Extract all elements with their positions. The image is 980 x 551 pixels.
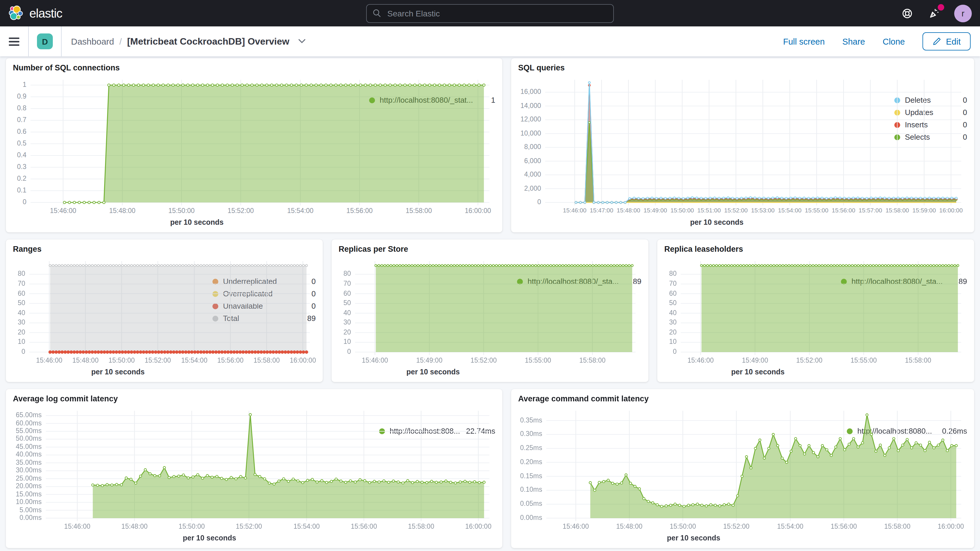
full-screen-button[interactable]: Full screen — [783, 37, 825, 46]
y-axis-tick: 0 — [347, 348, 351, 355]
y-axis-tick: 0 — [21, 348, 25, 355]
x-axis-tick: 15:46:00 — [563, 207, 587, 213]
y-axis-tick: 10 — [343, 338, 351, 346]
search-input[interactable] — [386, 8, 608, 19]
y-axis-tick: 70 — [669, 280, 677, 287]
chart-plot-area[interactable] — [546, 411, 841, 518]
y-axis-tick: 0 — [537, 198, 541, 205]
y-axis-tick: 0 — [22, 198, 26, 205]
y-axis-tick: 1 — [22, 81, 26, 88]
ranges-chart[interactable]: 8070605040302010015:46:0015:48:0015:50:0… — [13, 261, 207, 379]
clone-button[interactable]: Clone — [883, 37, 905, 46]
y-axis-tick: 0 — [673, 348, 677, 355]
x-axis-tick: 15:52:00 — [471, 357, 497, 364]
panel-title[interactable]: Number of SQL connections — [13, 64, 495, 72]
x-axis-tick: 15:58:00 — [253, 357, 280, 364]
x-axis-tick: 15:52:00 — [796, 357, 823, 364]
chart-plot-area[interactable] — [30, 80, 363, 202]
x-axis-tick: 15:46:00 — [36, 357, 62, 364]
y-axis-tick: 40.00ms — [16, 451, 42, 458]
help-icon[interactable] — [900, 6, 914, 20]
y-axis-tick: 25.00ms — [16, 475, 42, 481]
search-icon — [372, 9, 382, 18]
y-axis-tick: 0.30ms — [520, 430, 542, 438]
x-axis-tick: 15:52:00 — [236, 523, 262, 530]
x-axis-tick: 16:00:00 — [465, 207, 491, 214]
x-axis-labels: 15:46:0015:49:0015:52:0015:55:0015:58:00 — [681, 357, 835, 366]
panel-title[interactable]: Ranges — [13, 245, 316, 253]
panel-title[interactable]: Average command commit latency — [518, 394, 967, 403]
chart-plot-area[interactable] — [29, 261, 207, 352]
y-axis-tick: 20 — [18, 329, 25, 336]
y-axis-tick: 30 — [669, 319, 677, 326]
y-axis-tick: 0.35ms — [520, 416, 542, 424]
space-switcher[interactable]: D — [37, 33, 53, 49]
x-axis-tick: 15:51:00 — [697, 207, 721, 213]
menu-icon[interactable] — [0, 26, 28, 56]
x-axis-title: per 10 seconds — [355, 368, 511, 379]
y-axis-tick: 2,000 — [524, 185, 541, 191]
edit-button[interactable]: Edit — [923, 32, 970, 51]
y-axis-tick: 0.4 — [17, 151, 26, 158]
x-axis-tick: 15:57:00 — [859, 207, 882, 213]
legend-value: 0 — [963, 120, 967, 129]
news-feed-icon[interactable] — [927, 6, 941, 20]
x-axis-tick: 16:00:00 — [290, 357, 316, 364]
y-axis-tick: 40 — [18, 309, 25, 316]
y-axis-labels: 80706050403020100 — [13, 261, 29, 352]
y-axis-tick: 60 — [669, 290, 677, 297]
y-axis-tick: 0.1 — [17, 186, 26, 194]
x-axis-tick: 15:50:00 — [670, 207, 694, 213]
panel-ranges: Ranges 8070605040302010015:46:0015:48:00… — [6, 239, 323, 382]
replica-leaseholders-chart[interactable]: 8070605040302010015:46:0015:49:0015:52:0… — [664, 261, 835, 379]
chart-plot-area[interactable] — [46, 411, 373, 518]
replicas-per-store-chart[interactable]: 8070605040302010015:46:0015:49:0015:52:0… — [339, 261, 511, 379]
x-axis-tick: 15:58:00 — [408, 523, 434, 530]
y-axis-labels: 65.00ms60.00ms55.00ms50.00ms45.00ms40.00… — [13, 411, 46, 518]
share-button[interactable]: Share — [842, 37, 865, 46]
x-axis-tick: 16:00:00 — [939, 207, 963, 213]
x-axis-tick: 15:55:00 — [805, 207, 828, 213]
y-axis-tick: 70 — [18, 280, 25, 287]
y-axis-tick: 0.00ms — [20, 514, 42, 521]
legend-value: 0 — [312, 302, 316, 311]
global-search[interactable] — [366, 4, 614, 22]
sql-connections-chart[interactable]: 10.90.80.70.60.50.40.30.20.1015:46:0015:… — [13, 80, 363, 229]
sql-queries-chart[interactable]: 16,00014,00012,00010,0008,0006,0004,0002… — [518, 80, 888, 229]
x-axis-tick: 15:53:00 — [751, 207, 775, 213]
x-axis-tick: 15:58:00 — [406, 207, 432, 214]
y-axis-tick: 10.00ms — [16, 498, 42, 505]
x-axis-tick: 15:46:00 — [362, 357, 388, 364]
y-axis-tick: 0.5 — [17, 140, 26, 147]
x-axis-tick: 15:48:00 — [121, 523, 148, 530]
toolbar-left: D Dashboard / [Metricbeat CockroachDB] O… — [0, 26, 306, 56]
x-axis-tick: 15:59:00 — [913, 207, 936, 213]
x-axis-tick: 15:52:00 — [724, 207, 748, 213]
x-axis-tick: 15:56:00 — [218, 357, 244, 364]
y-axis-tick: 50 — [18, 299, 25, 306]
x-axis-tick: 15:48:00 — [617, 207, 640, 213]
y-axis-tick: 40 — [669, 309, 677, 316]
chevron-down-icon[interactable] — [298, 39, 306, 44]
panel-title[interactable]: SQL queries — [518, 64, 967, 72]
panel-title[interactable]: Average log commit latency — [13, 394, 495, 403]
panel-title[interactable]: Replica leaseholders — [664, 245, 967, 253]
cmd-commit-latency-chart[interactable]: 0.35ms0.30ms0.25ms0.20ms0.15ms0.10ms0.05… — [518, 411, 841, 545]
elastic-logo[interactable]: elastic — [8, 5, 62, 21]
log-commit-latency-chart[interactable]: 65.00ms60.00ms55.00ms50.00ms45.00ms40.00… — [13, 411, 373, 545]
chart-plot-area[interactable] — [545, 80, 888, 202]
breadcrumb-dashboard-link[interactable]: Dashboard — [71, 37, 114, 46]
panel-sql-queries: SQL queries 16,00014,00012,00010,0008,00… — [511, 58, 974, 233]
panel-sql-connections: Number of SQL connections 10.90.80.70.60… — [6, 58, 502, 233]
x-axis-tick: 15:52:00 — [145, 357, 171, 364]
chart-plot-area[interactable] — [355, 261, 511, 352]
dashboard-toolbar: D Dashboard / [Metricbeat CockroachDB] O… — [0, 26, 980, 56]
y-axis-tick: 20.00ms — [16, 483, 42, 489]
chart-plot-area[interactable] — [681, 261, 835, 352]
x-axis-tick: 15:54:00 — [181, 357, 207, 364]
panel-title[interactable]: Replicas per Store — [339, 245, 641, 253]
x-axis-tick: 15:52:00 — [228, 207, 254, 214]
y-axis-tick: 35.00ms — [16, 459, 42, 466]
x-axis-labels: 15:46:0015:48:0015:50:0015:52:0015:54:00… — [546, 523, 841, 532]
user-avatar[interactable]: r — [954, 5, 972, 22]
